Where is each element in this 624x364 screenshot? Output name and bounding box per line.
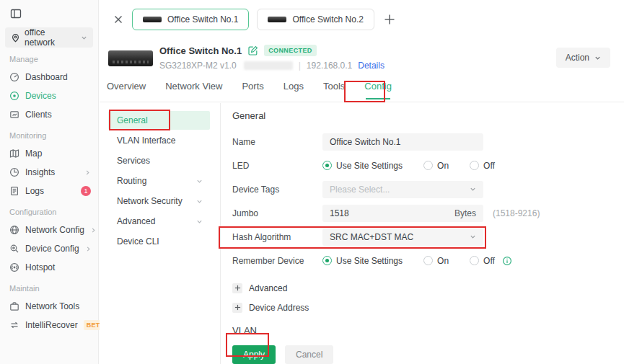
plus-icon bbox=[232, 283, 242, 293]
cancel-button[interactable]: Cancel bbox=[285, 345, 333, 364]
device-config-icon bbox=[9, 244, 19, 254]
details-link[interactable]: Details bbox=[358, 61, 384, 71]
config-nav-services[interactable]: Services bbox=[108, 151, 210, 170]
edit-icon[interactable] bbox=[247, 45, 258, 56]
action-button[interactable]: Action bbox=[556, 48, 610, 68]
close-icon[interactable] bbox=[113, 14, 124, 25]
chevron-down-icon bbox=[81, 35, 87, 41]
device-model: SG3218XP-M2 v1.0 bbox=[159, 61, 237, 71]
section-label-maintain: Maintain bbox=[9, 284, 98, 293]
device-tags-label: Device Tags bbox=[232, 185, 322, 195]
tab-tools[interactable]: Tools bbox=[323, 81, 345, 99]
tab-logs[interactable]: Logs bbox=[284, 81, 304, 99]
tab-config[interactable]: Config bbox=[364, 81, 392, 99]
page-tabs-bar: Overview Network View Ports Logs Tools C… bbox=[100, 81, 624, 102]
radio-selected-icon bbox=[322, 161, 332, 170]
add-device-tab-icon[interactable] bbox=[382, 12, 397, 27]
sidebar-item-insights[interactable]: Insights bbox=[0, 163, 98, 182]
hash-algorithm-label: Hash Algorithm bbox=[232, 232, 322, 242]
chevron-down-icon bbox=[594, 55, 601, 61]
switch-thumbnail bbox=[268, 17, 286, 22]
map-icon bbox=[9, 148, 19, 159]
clients-icon bbox=[9, 110, 19, 120]
led-row: LED Use Site Settings On Off bbox=[232, 154, 624, 177]
radio-icon bbox=[470, 161, 479, 170]
led-radio-use-site-settings[interactable]: Use Site Settings bbox=[322, 161, 403, 171]
remember-device-row: Remember Device Use Site Settings On Off bbox=[232, 249, 624, 272]
sidebar-item-logs[interactable]: Logs 1 bbox=[0, 182, 98, 200]
jumbo-input[interactable]: 1518 Bytes bbox=[322, 205, 483, 222]
sidebar-item-dashboard[interactable]: Dashboard bbox=[0, 68, 98, 86]
config-nav-advanced[interactable]: Advanced bbox=[108, 212, 210, 231]
sidebar-item-hotspot[interactable]: Hotspot bbox=[0, 258, 98, 277]
device-address-expander[interactable]: Device Address bbox=[232, 298, 624, 317]
site-selector[interactable]: office network bbox=[5, 27, 93, 48]
hotspot-icon bbox=[9, 262, 19, 272]
jumbo-unit: Bytes bbox=[454, 208, 476, 218]
form-section-title: General bbox=[232, 110, 624, 121]
remember-radio-off[interactable]: Off bbox=[470, 256, 495, 266]
config-nav-general[interactable]: General bbox=[108, 111, 210, 130]
sidebar-item-network-config[interactable]: Network Config bbox=[0, 221, 98, 239]
led-radio-off[interactable]: Off bbox=[470, 161, 495, 171]
devices-icon bbox=[9, 91, 19, 101]
hash-algorithm-select[interactable]: SRC MAC+DST MAC bbox=[322, 228, 483, 246]
sidebar: office network Manage Dashboard Devices … bbox=[0, 0, 99, 364]
site-name: office network bbox=[25, 27, 76, 48]
name-input[interactable]: Office Switch No.1 bbox=[322, 133, 483, 151]
sidebar-item-devices[interactable]: Devices bbox=[0, 86, 98, 105]
tab-ports[interactable]: Ports bbox=[242, 81, 263, 99]
switch-product-image bbox=[108, 50, 153, 66]
device-ip: 192.168.0.1 bbox=[307, 61, 352, 71]
config-content: General VLAN Interface Services Routing … bbox=[100, 103, 624, 364]
radio-icon bbox=[423, 256, 433, 265]
device-tab-office-switch-2[interactable]: Office Switch No.2 bbox=[257, 9, 374, 30]
config-nav-network-security[interactable]: Network Security bbox=[108, 192, 210, 210]
sidebar-item-network-tools[interactable]: Network Tools bbox=[0, 297, 98, 316]
advanced-expander[interactable]: Advanced bbox=[232, 278, 624, 298]
sidebar-collapse-icon[interactable] bbox=[9, 7, 22, 20]
sidebar-item-intellirecover[interactable]: IntelliRecover BETA bbox=[0, 316, 98, 334]
tab-network-view[interactable]: Network View bbox=[165, 81, 222, 99]
sidebar-item-clients[interactable]: Clients bbox=[0, 105, 98, 124]
config-nav-device-cli[interactable]: Device CLI bbox=[108, 232, 210, 251]
plus-icon bbox=[232, 303, 242, 313]
chevron-down-icon bbox=[196, 198, 203, 205]
tab-overview[interactable]: Overview bbox=[107, 81, 146, 99]
radio-selected-icon bbox=[322, 256, 332, 265]
remember-radio-use-site-settings[interactable]: Use Site Settings bbox=[322, 256, 403, 266]
remember-radio-on[interactable]: On bbox=[423, 256, 449, 266]
logs-badge: 1 bbox=[81, 186, 91, 196]
location-pin-icon bbox=[11, 33, 20, 43]
config-nav-vlan-interface[interactable]: VLAN Interface bbox=[108, 131, 210, 150]
jumbo-range-hint: (1518-9216) bbox=[493, 208, 540, 218]
led-label: LED bbox=[232, 161, 322, 171]
logs-icon bbox=[9, 186, 19, 196]
device-tags-select[interactable]: Please Select... bbox=[322, 181, 483, 198]
chevron-down-icon bbox=[470, 186, 476, 192]
device-tab-office-switch-1[interactable]: Office Switch No.1 bbox=[132, 9, 249, 30]
device-tabstrip: Office Switch No.1 Office Switch No.2 bbox=[100, 9, 397, 30]
remember-device-label: Remember Device bbox=[232, 256, 322, 266]
name-row: Name Office Switch No.1 bbox=[232, 130, 624, 154]
led-radio-on[interactable]: On bbox=[423, 161, 449, 171]
sidebar-item-map[interactable]: Map bbox=[0, 144, 98, 163]
jumbo-label: Jumbo bbox=[232, 208, 322, 218]
main-content: Office Switch No.1 Office Switch No.2 Of… bbox=[100, 0, 624, 364]
general-config-form: General Name Office Switch No.1 LED Use … bbox=[221, 103, 624, 364]
omada-controller-page: { "colors": { "accent_green": "#2fb181",… bbox=[0, 0, 624, 364]
radio-icon bbox=[423, 161, 433, 170]
dashboard-icon bbox=[9, 72, 19, 82]
config-subnav: General VLAN Interface Services Routing … bbox=[100, 103, 221, 364]
chevron-down-icon bbox=[196, 218, 203, 225]
switch-thumbnail bbox=[143, 17, 162, 22]
section-label-monitoring: Monitoring bbox=[9, 131, 98, 140]
name-label: Name bbox=[232, 137, 322, 147]
sidebar-item-device-config[interactable]: Device Config bbox=[0, 239, 98, 258]
insights-icon bbox=[9, 167, 19, 177]
form-buttons: Apply Cancel bbox=[232, 345, 624, 364]
jumbo-row: Jumbo 1518 Bytes (1518-9216) bbox=[232, 201, 624, 225]
info-icon[interactable] bbox=[502, 256, 512, 266]
apply-button[interactable]: Apply bbox=[232, 345, 276, 364]
config-nav-routing[interactable]: Routing bbox=[108, 172, 210, 190]
